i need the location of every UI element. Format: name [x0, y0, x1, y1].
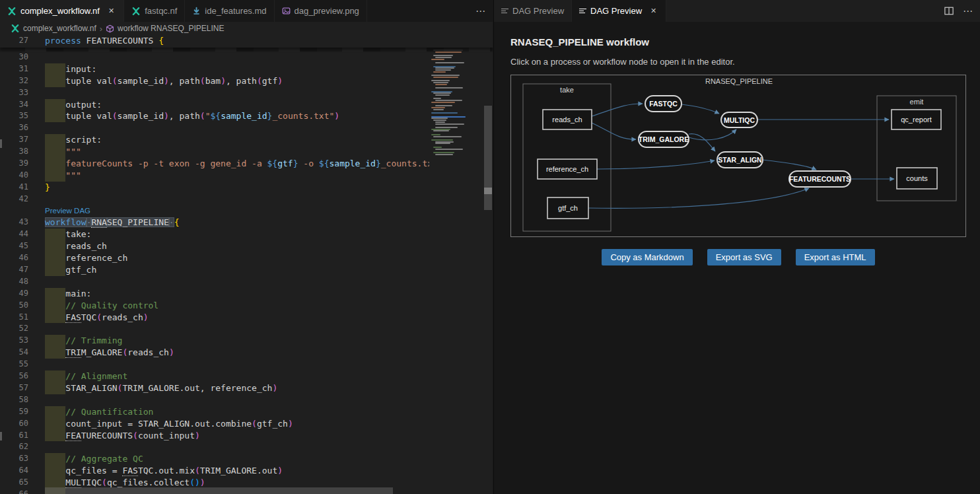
dag-process-node-STAR_ALIGN[interactable]: STAR_ALIGN: [717, 152, 763, 168]
line-number: 62: [0, 441, 41, 453]
code-line-51[interactable]: 51 FASTQC(reads_ch): [0, 312, 429, 324]
symbol-cube-icon: [106, 24, 114, 33]
code-line-35[interactable]: 35 tuple val(sample_id), path("${sample_…: [0, 110, 429, 122]
code-line-64[interactable]: 64 qc_files = FASTQC.out.mix(TRIM_GALORE…: [0, 465, 429, 477]
code-line-41[interactable]: 41 }: [0, 182, 429, 194]
close-tab-icon[interactable]: ✕: [648, 6, 658, 16]
code-line-31[interactable]: 31 input:: [0, 63, 429, 75]
code-editor[interactable]: 27process FEATURECOUNTS { 30 31 input: 3…: [0, 35, 493, 494]
nextflow-icon: [131, 7, 141, 16]
code-line-30[interactable]: 30: [0, 52, 429, 63]
code-line-32[interactable]: 32 tuple val(sample_id), path(bam), path…: [0, 75, 429, 87]
code-line-34[interactable]: 34 output:: [0, 99, 429, 111]
close-tab-icon[interactable]: ✕: [106, 6, 116, 16]
gutter-decoration: [0, 432, 2, 441]
code-line-42[interactable]: 42: [0, 194, 429, 205]
tab-left-fastqc-nf[interactable]: fastqc.nf: [124, 0, 185, 22]
dag-process-node-FASTQC[interactable]: FASTQC: [645, 96, 682, 112]
line-number: 39: [0, 158, 41, 170]
line-number: 34: [0, 99, 41, 111]
dag-process-node-TRIM_GALORE[interactable]: TRIM_GALORE: [639, 131, 689, 147]
code-line-59[interactable]: 59 // Quantification: [0, 406, 429, 418]
code-line-56[interactable]: 56 // Alignment: [0, 370, 429, 382]
code-line-57[interactable]: 57 STAR_ALIGN(TRIM_GALORE.out, reference…: [0, 382, 429, 394]
dag-channel-node-counts[interactable]: counts: [897, 168, 937, 189]
more-actions-icon[interactable]: ⋯: [475, 5, 486, 17]
code-line-38[interactable]: 38 """: [0, 146, 429, 158]
code-line-50[interactable]: 50 // Quality control: [0, 300, 429, 312]
svg-text:reads_ch: reads_ch: [552, 116, 582, 124]
breadcrumb-separator: ›: [100, 24, 102, 34]
code-line-52[interactable]: 52: [0, 323, 429, 335]
line-number: 64: [0, 465, 41, 477]
line-number: 46: [0, 252, 41, 264]
code-line-36[interactable]: 36: [0, 122, 429, 134]
svg-text:qc_report: qc_report: [901, 116, 931, 124]
tab-right-dag-preview[interactable]: DAG Preview✕: [572, 0, 666, 22]
line-number: 63: [0, 453, 41, 465]
code-line-55[interactable]: 55: [0, 359, 429, 370]
export-as-html-button[interactable]: Export as HTML: [796, 249, 875, 265]
code-line-62[interactable]: 62: [0, 441, 429, 453]
breadcrumb-file[interactable]: complex_workflow.nf: [23, 24, 96, 33]
tab-label: fastqc.nf: [145, 6, 177, 16]
sticky-scroll-line[interactable]: 27process FEATURECOUNTS {: [0, 35, 493, 48]
line-number: 49: [0, 288, 41, 300]
code-line-54[interactable]: 54 TRIM_GALORE(reads_ch): [0, 347, 429, 359]
dag-channel-node-reads_ch[interactable]: reads_ch: [543, 110, 592, 129]
tab-label: DAG Preview: [590, 6, 642, 16]
editor-group-right: DAG Preview DAG Preview✕ ⋯ RNASEQ_PIPELI…: [493, 0, 980, 494]
line-number: 51: [0, 312, 41, 324]
tab-left-complex-workflow-nf[interactable]: complex_workflow.nf✕: [0, 0, 124, 22]
line-number: 60: [0, 418, 41, 430]
code-line-33[interactable]: 33: [0, 87, 429, 99]
code-line-46[interactable]: 46 reference_ch: [0, 252, 429, 264]
code-line-37[interactable]: 37 script:: [0, 134, 429, 146]
dag-process-node-MULTIQC[interactable]: MULTIQC: [721, 112, 757, 127]
code-line-53[interactable]: 53 // Trimming: [0, 335, 429, 347]
code-line-48[interactable]: 48: [0, 276, 429, 288]
dag-process-node-FEATURECOUNTS[interactable]: FEATURECOUNTS: [789, 171, 851, 187]
minimap[interactable]: [429, 35, 468, 494]
svg-text:TRIM_GALORE: TRIM_GALORE: [639, 135, 689, 143]
code-line-43[interactable]: 43 workflow·RNASEQ_PIPELINE·{: [0, 217, 429, 229]
dag-channel-node-gtf_ch[interactable]: gtf_ch: [547, 197, 588, 219]
breadcrumb-symbol[interactable]: workflow RNASEQ_PIPELINE: [118, 24, 224, 33]
code-line-44[interactable]: 44 take:: [0, 229, 429, 240]
code-line-47[interactable]: 47 gtf_ch: [0, 264, 429, 276]
code-line-63[interactable]: 63 // Aggregate QC: [0, 453, 429, 465]
code-line-58[interactable]: 58: [0, 394, 429, 406]
copy-as-markdown-button[interactable]: Copy as Markdown: [602, 249, 692, 265]
tab-label: dag_preview.png: [295, 6, 359, 16]
svg-text:gtf_ch: gtf_ch: [558, 204, 578, 212]
line-number: 35: [0, 110, 41, 122]
codelens-preview-dag[interactable]: Preview DAG: [0, 205, 429, 217]
code-line-60[interactable]: 60 count_input = STAR_ALIGN.out.combine(…: [0, 418, 429, 430]
obscured-lines-strip: [0, 48, 493, 52]
dag-channel-node-qc_report[interactable]: qc_report: [892, 110, 941, 129]
code-line-61[interactable]: 61 FEATURECOUNTS(count_input): [0, 430, 429, 442]
line-number: 33: [0, 87, 41, 99]
svg-text:counts: counts: [906, 174, 928, 182]
code-line-40[interactable]: 40 """: [0, 170, 429, 182]
dag-edge-gtf_ch-to-FEATURECOUNTS: [588, 188, 809, 208]
more-actions-icon[interactable]: ⋯: [963, 5, 973, 17]
svg-text:FASTQC: FASTQC: [649, 100, 678, 108]
dag-channel-node-reference_ch[interactable]: reference_ch: [538, 159, 597, 179]
line-number: 56: [0, 370, 41, 382]
horizontal-scrollbar[interactable]: [0, 487, 429, 494]
split-editor-icon[interactable]: [944, 7, 954, 15]
code-line-39[interactable]: 39 featureCounts -p -t exon -g gene_id -…: [0, 158, 429, 170]
tab-left-dag-preview-png[interactable]: dag_preview.png: [275, 0, 367, 22]
export-as-svg-button[interactable]: Export as SVG: [707, 249, 781, 265]
tab-label: ide_features.md: [205, 6, 266, 16]
line-number: 52: [0, 323, 41, 335]
code-line-49[interactable]: 49 main:: [0, 288, 429, 300]
image-icon: [282, 7, 291, 15]
tab-left-ide-features-md[interactable]: ide_features.md: [185, 0, 274, 22]
panel-title: RNASEQ_PIPELINE workflow: [510, 36, 980, 48]
code-line-45[interactable]: 45 reads_ch: [0, 240, 429, 252]
tab-right-dag-preview[interactable]: DAG Preview: [494, 0, 572, 22]
line-number: 36: [0, 122, 41, 134]
vertical-scrollbar[interactable]: [483, 35, 493, 494]
